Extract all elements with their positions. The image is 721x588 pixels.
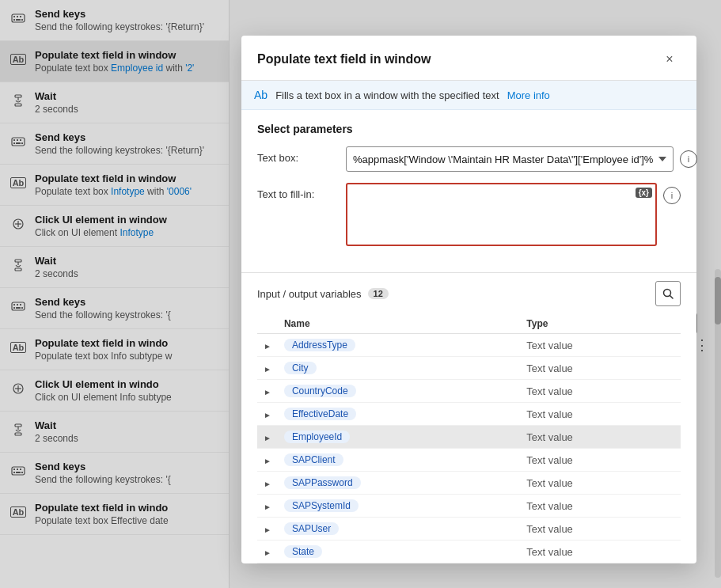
variables-label: Input / output variables (257, 288, 362, 300)
variable-type: Text value (520, 495, 681, 518)
textbox-control-wrap: %appmask['Window \'Maintain HR Master Da… (346, 146, 697, 172)
expand-icon[interactable]: ► (257, 495, 278, 518)
modal-body: Select parameters Text box: %appmask['Wi… (241, 110, 696, 272)
variable-name: AddressType (278, 334, 520, 357)
col-expand (257, 314, 278, 334)
variable-row[interactable]: ►StateText value (257, 541, 681, 563)
close-button[interactable]: × (658, 48, 681, 70)
text-to-fill-label: Text to fill-in: (257, 183, 336, 200)
info-banner: Ab Fills a text box in a window with the… (241, 81, 696, 110)
textarea-wrap: {x} (346, 183, 657, 248)
variable-name-tag: SAPPassword (284, 476, 361, 489)
variable-name: CountryCode (278, 380, 520, 403)
col-name-header: Name (278, 314, 520, 334)
modal-dialog: Populate text field in window × Ab Fills… (241, 36, 696, 563)
textbox-info-button[interactable]: i (680, 150, 697, 168)
variable-name-tag: City (284, 362, 317, 374)
variable-row[interactable]: ►AddressTypeText value (257, 334, 681, 357)
expand-icon[interactable]: ► (257, 449, 278, 472)
expand-icon[interactable]: ► (257, 403, 278, 426)
expand-icon[interactable]: ► (257, 380, 278, 403)
variable-type: Text value (520, 403, 681, 426)
variable-row[interactable]: ►EffectiveDateText value (257, 403, 681, 426)
variable-name-tag: State (284, 545, 322, 558)
variable-type: Text value (520, 380, 681, 403)
variable-name: SAPUser (278, 518, 520, 541)
variables-section: Input / output variables 12 Name Type ►A… (241, 272, 696, 563)
variable-name-tag: SAPSystemId (284, 499, 359, 512)
info-icon: i (688, 154, 689, 164)
variable-name: EffectiveDate (278, 403, 520, 426)
variable-type: Text value (520, 541, 681, 563)
textbox-select[interactable]: %appmask['Window \'Maintain HR Master Da… (346, 146, 674, 172)
variable-name-tag: EffectiveDate (284, 408, 356, 420)
text-to-fill-input[interactable] (346, 183, 657, 246)
variable-badge[interactable]: {x} (636, 188, 652, 198)
info-banner-text: Fills a text box in a window with the sp… (275, 89, 499, 101)
text-fill-info-button[interactable]: i (663, 187, 681, 204)
text-to-fill-row: Text to fill-in: {x} i (257, 183, 681, 248)
variable-row[interactable]: ►CountryCodeText value (257, 380, 681, 403)
variable-type: Text value (520, 357, 681, 380)
variable-type: Text value (520, 518, 681, 541)
variables-count: 12 (368, 288, 389, 299)
variable-name: State (278, 541, 520, 563)
variable-row[interactable]: ►SAPUserText value (257, 518, 681, 541)
text-to-fill-control-wrap: {x} i (346, 183, 681, 248)
variable-name: City (278, 357, 520, 380)
variable-type: Text value (520, 426, 681, 449)
variable-type: Text value (520, 472, 681, 495)
variable-type: Text value (520, 334, 681, 357)
variables-search-button[interactable] (655, 281, 681, 306)
svg-line-44 (670, 296, 674, 299)
search-icon (662, 288, 674, 299)
variable-name-tag: SAPUser (284, 522, 339, 535)
variable-row[interactable]: ►EmployeeIdText value (257, 426, 681, 449)
variable-name-tag: CountryCode (284, 385, 356, 397)
more-info-link[interactable]: More info (507, 89, 550, 101)
variable-name: SAPPassword (278, 472, 520, 495)
textbox-label: Text box: (257, 146, 336, 164)
variable-name-tag: AddressType (284, 339, 355, 351)
variables-table: Name Type ►AddressTypeText value►CityTex… (257, 314, 681, 563)
info-icon-2: i (671, 191, 673, 200)
variable-name-tag: SAPClient (284, 453, 343, 466)
expand-icon[interactable]: ► (257, 541, 278, 563)
expand-icon[interactable]: ► (257, 426, 278, 449)
variable-row[interactable]: ►SAPSystemIdText value (257, 495, 681, 518)
modal-title: Populate text field in window (257, 52, 431, 66)
variable-type: Text value (520, 449, 681, 472)
textbox-row: Text box: %appmask['Window \'Maintain HR… (257, 146, 681, 172)
variable-row[interactable]: ►SAPClientText value (257, 449, 681, 472)
section-title: Select parameters (257, 123, 681, 135)
variables-header-left: Input / output variables 12 (257, 288, 389, 300)
variables-header: Input / output variables 12 (257, 273, 681, 314)
modal-header: Populate text field in window × (241, 36, 696, 81)
expand-icon[interactable]: ► (257, 472, 278, 495)
variable-name-tag: EmployeeId (284, 431, 350, 443)
variable-name: EmployeeId (278, 426, 520, 449)
expand-icon[interactable]: ► (257, 334, 278, 357)
variable-name: SAPClient (278, 449, 520, 472)
col-type-header: Type (520, 314, 681, 334)
variable-name: SAPSystemId (278, 495, 520, 518)
variable-row[interactable]: ►CityText value (257, 357, 681, 380)
expand-icon[interactable]: ► (257, 357, 278, 380)
info-banner-icon: Ab (254, 89, 268, 101)
variable-row[interactable]: ►SAPPasswordText value (257, 472, 681, 495)
expand-icon[interactable]: ► (257, 518, 278, 541)
